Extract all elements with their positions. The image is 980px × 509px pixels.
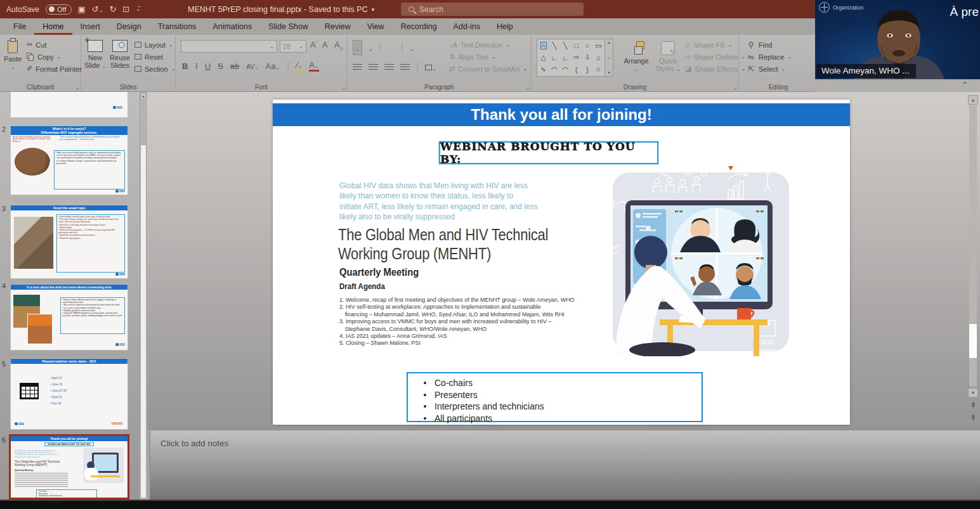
clear-formatting-button[interactable]: A◇: [334, 40, 343, 51]
attendee-item: •Interpreters and technicians: [415, 401, 702, 413]
thumb6-heading: The Global Men and HIV Technical Working…: [15, 460, 68, 467]
next-slide-button[interactable]: ⇟: [968, 413, 978, 423]
thumbnail-slide-4[interactable]: It is less about the dots but more about…: [10, 284, 128, 351]
save-icon[interactable]: ▣: [78, 5, 86, 13]
group-clipboard: Paste⌄ ✂Cut Copy⌄ ✐Format Painter Clipbo…: [0, 35, 81, 91]
intro-paragraph[interactable]: Global HIV data shows that Men living wi…: [339, 181, 613, 222]
reuse-slides-button[interactable]: ReuseSlides: [108, 36, 132, 69]
customize-qat-icon[interactable]: ⌄̅: [136, 6, 141, 12]
slide-heading[interactable]: The Global Men and HIV TechnicalWorking …: [338, 225, 548, 263]
tab-design[interactable]: Design: [108, 20, 150, 35]
subscript-button[interactable]: ab: [230, 61, 239, 71]
thumbnail-slide-3[interactable]: Avoid the usual traps • New models shoul…: [10, 205, 128, 279]
tab-animations[interactable]: Animations: [204, 20, 260, 35]
convert-smartart-button[interactable]: ⇄Convert to SmartArt⌄: [449, 63, 527, 75]
columns-button[interactable]: ⌄: [425, 61, 436, 73]
replace-button[interactable]: ⇋Replace⌄: [747, 51, 792, 63]
notes-pane[interactable]: Click to add notes: [150, 430, 980, 499]
align-text-button[interactable]: ⇅Align Text⌄: [449, 51, 527, 63]
search-input[interactable]: Search: [401, 3, 584, 16]
tab-review[interactable]: Review: [317, 20, 359, 35]
strikethrough-button[interactable]: S: [218, 61, 223, 71]
bold-button[interactable]: B: [182, 61, 188, 71]
start-presentation-icon[interactable]: ⊡: [122, 5, 129, 13]
slide-title-banner[interactable]: Thank you all for joining!: [273, 103, 850, 126]
format-painter-button[interactable]: ✐Format Painter: [27, 63, 82, 75]
scroll-down-icon[interactable]: ▼: [968, 388, 978, 397]
tab-recording[interactable]: Recording: [393, 20, 445, 35]
thumbnail-number: 5: [2, 360, 6, 368]
shrink-font-button[interactable]: Aˇ: [322, 40, 329, 51]
thumbnail-scroll-up-icon[interactable]: ▲: [140, 93, 147, 100]
attendees-box[interactable]: •Co-chairs •Presenters •Interpreters and…: [407, 372, 703, 422]
tab-help[interactable]: Help: [488, 20, 521, 35]
character-spacing-button[interactable]: AV⌄: [246, 61, 258, 71]
align-center-button[interactable]: [369, 64, 378, 70]
justify-button[interactable]: [400, 64, 410, 70]
thumbnail-slide-6-current[interactable]: Thank you all for joining! WEBINAR BROUG…: [9, 434, 129, 499]
line-spacing-button[interactable]: ⌄: [410, 42, 414, 53]
layout-button[interactable]: Layout⌄: [134, 39, 175, 51]
font-name-combo[interactable]: ⌄: [181, 40, 277, 53]
autosave-toggle[interactable]: Off: [46, 4, 71, 15]
bullets-button[interactable]: ⌄: [353, 40, 362, 55]
thumbnail-slide-1[interactable]: [10, 92, 128, 118]
thumbnail-scrollbar-thumb[interactable]: [140, 145, 147, 498]
thumb6-attendees-box: Co-chairsPresentersInterpreters and tech…: [36, 489, 97, 498]
tab-transitions[interactable]: Transitions: [150, 20, 205, 35]
new-slide-button[interactable]: NewSlide ⌄: [84, 36, 107, 69]
cut-button[interactable]: ✂Cut: [27, 39, 82, 51]
text-highlight-button[interactable]: ∕⌄: [296, 60, 302, 72]
align-right-button[interactable]: [384, 64, 394, 70]
meeting-video-overlay[interactable]: Organization À pre Wole Ameyan, WHO ...: [815, 0, 980, 79]
clipboard-dialog-launcher[interactable]: ⌟: [76, 84, 79, 90]
agenda-list[interactable]: 1. Welcome, recap of first meeting and o…: [339, 297, 577, 347]
scrollbar-thumb[interactable]: [969, 323, 977, 359]
tab-file[interactable]: File: [5, 20, 34, 35]
paragraph-dialog-launcher[interactable]: ⌟: [526, 84, 529, 90]
find-button[interactable]: ⚲Find: [747, 39, 792, 51]
shapes-gallery[interactable]: A ╲╲ □○▭ △∟∟ ⇨⇩⌂ ∿◠◠ {}☆: [537, 39, 605, 77]
quick-styles-button[interactable]: QuickStyles ⌄: [653, 37, 683, 72]
shapes-gallery-scroll[interactable]: ▴⌄▾: [605, 39, 613, 77]
tab-home[interactable]: Home: [34, 20, 72, 35]
italic-button[interactable]: I: [195, 61, 197, 71]
tab-view[interactable]: View: [359, 20, 393, 35]
previous-slide-button[interactable]: ⇞: [968, 401, 978, 411]
align-left-button[interactable]: [353, 64, 362, 70]
font-dialog-launcher[interactable]: ⌟: [343, 84, 345, 90]
underline-button[interactable]: U: [205, 61, 211, 71]
thumbnail-number: 2: [2, 126, 6, 133]
text-direction-button[interactable]: ↓AText Direction⌄: [449, 39, 527, 51]
paste-button[interactable]: Paste⌄: [1, 36, 24, 70]
section-button[interactable]: Section⌄: [134, 63, 175, 75]
tab-insert[interactable]: Insert: [72, 20, 108, 35]
collapse-ribbon-icon[interactable]: ⌃: [962, 81, 968, 89]
tab-add-ins[interactable]: Add-ins: [445, 20, 488, 35]
shape-outline-button[interactable]: ▱Shape Outline⌄: [685, 51, 745, 63]
numbering-button[interactable]: ⌄: [369, 42, 373, 53]
title-dropdown-icon[interactable]: ▾: [372, 6, 375, 13]
thumb6-intro: Global HIV data shows that Men living wi…: [15, 450, 65, 458]
change-case-button[interactable]: Aa⌄: [266, 61, 280, 71]
redo-icon[interactable]: ↻: [109, 5, 116, 13]
thumbnail-slide-5[interactable]: Planned webinar series dates - 2021 • Ap…: [10, 358, 128, 430]
shape-effects-button[interactable]: ◪Shape Effects⌄: [685, 63, 745, 75]
font-color-button[interactable]: A⌄: [309, 60, 318, 72]
copy-button[interactable]: Copy⌄: [27, 51, 82, 63]
select-button[interactable]: ⇱Select⌄: [747, 63, 792, 75]
reset-button[interactable]: Reset: [134, 51, 175, 63]
font-size-combo[interactable]: 28⌄: [280, 40, 306, 53]
speaker-name-tag: Wole Ameyan, WHO ...: [816, 64, 916, 78]
webinar-box[interactable]: WEBINAR BROUGHT TO YOU BY:: [439, 141, 658, 164]
tab-slide-show[interactable]: Slide Show: [260, 20, 317, 35]
grow-font-button[interactable]: Aˆ: [310, 40, 317, 51]
scroll-up-icon[interactable]: ▲: [968, 95, 978, 105]
drawing-dialog-launcher[interactable]: ⌟: [734, 84, 736, 90]
undo-icon[interactable]: ↺⌄: [92, 5, 103, 13]
vertical-scrollbar[interactable]: ▲ ▼: [968, 95, 978, 425]
shape-fill-button[interactable]: ◇Shape Fill⌄: [685, 39, 745, 51]
arrange-button[interactable]: Arrange⌄: [620, 37, 652, 72]
thumbnail-slide-2[interactable]: What's in it for me(n)? Differentiate NO…: [10, 126, 128, 195]
slide-editor[interactable]: Thank you all for joining! WEBINAR BROUG…: [273, 100, 850, 425]
